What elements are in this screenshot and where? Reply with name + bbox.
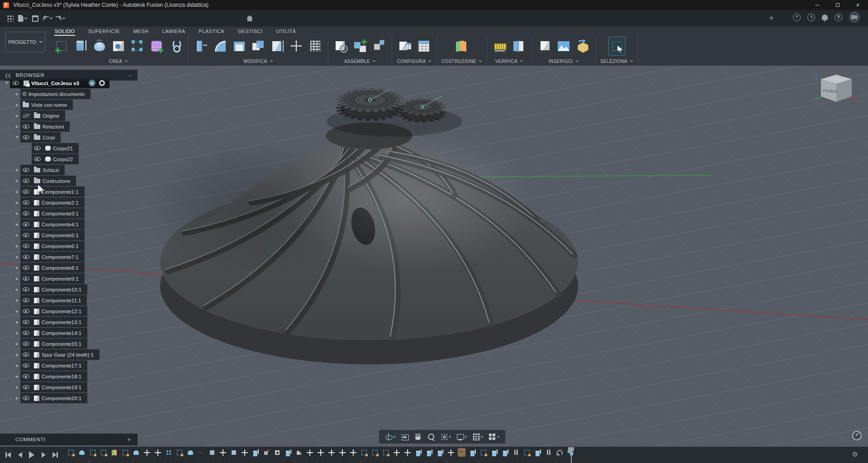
extrude-button[interactable] xyxy=(72,37,89,55)
timeline-feature-sketch-icon[interactable] xyxy=(89,448,96,457)
ribbon-tab-lamiera[interactable]: LAMIERA xyxy=(161,28,185,35)
timeline-feature-move-icon[interactable] xyxy=(393,448,400,457)
section-analysis-button[interactable] xyxy=(511,37,527,55)
notifications-icon[interactable] xyxy=(822,14,828,20)
chevron-right-icon[interactable]: ▸ xyxy=(14,189,20,195)
construction-plane-button[interactable] xyxy=(454,37,470,55)
visibility-eye-icon[interactable] xyxy=(23,353,29,357)
ribbon-group-label[interactable]: COSTRUZIONE xyxy=(441,57,482,66)
visibility-eye-icon[interactable] xyxy=(23,331,29,335)
move-copy-button[interactable] xyxy=(288,37,304,55)
offset-face-button[interactable] xyxy=(269,37,285,55)
visibility-eye-icon[interactable] xyxy=(23,363,29,368)
timeline-settings-gear-icon[interactable]: ⚙ xyxy=(852,451,858,458)
select-button[interactable] xyxy=(609,37,625,55)
timeline-feature-extrude-icon[interactable] xyxy=(490,448,498,457)
tree-row-componente19-1[interactable]: ▸Componente19:1 xyxy=(14,382,87,392)
chevron-down-icon[interactable]: ▸ xyxy=(14,134,20,141)
pan-button[interactable] xyxy=(413,433,423,441)
ribbon-group-label[interactable]: MODIFICA xyxy=(243,57,273,66)
home-view-button[interactable] xyxy=(244,13,255,24)
create-form-button[interactable] xyxy=(148,37,165,55)
timeline-feature-move-icon[interactable] xyxy=(349,448,357,457)
chevron-right-icon[interactable]: ▸ xyxy=(14,384,20,390)
view-orbit-hint-icon[interactable] xyxy=(852,431,862,440)
help-icon[interactable]: ? xyxy=(835,14,842,21)
fit-button[interactable]: ▾ xyxy=(439,433,453,441)
tree-row-componente3-1[interactable]: ▸Componente3:1 xyxy=(14,209,85,218)
timeline-feature-sketch-icon[interactable] xyxy=(523,448,531,457)
chevron-right-icon[interactable]: ▸ xyxy=(14,221,20,227)
visibility-eye-icon[interactable] xyxy=(23,135,29,139)
timeline-feature-construction-plane-icon[interactable] xyxy=(110,448,118,457)
derive-branch-button[interactable] xyxy=(167,37,184,55)
tree-row-componente20-1[interactable]: ▸Componente20:1 xyxy=(14,393,87,403)
new-component-button[interactable] xyxy=(333,37,349,55)
timeline-feature-joint-icon[interactable] xyxy=(545,448,552,457)
visibility-eye-icon[interactable] xyxy=(23,298,29,302)
visibility-eye-icon[interactable] xyxy=(23,211,29,215)
timeline-feature-extrude-icon[interactable] xyxy=(251,448,259,457)
minimize-panel-icon[interactable]: – xyxy=(129,72,132,78)
chevron-right-icon[interactable]: ▸ xyxy=(14,373,20,379)
chevron-right-icon[interactable]: ▸ xyxy=(14,178,20,184)
timeline-feature-move-icon[interactable] xyxy=(143,448,151,457)
tree-row-componente8-1[interactable]: ▸Componente8:1 xyxy=(14,263,85,272)
chevron-right-icon[interactable]: ▸ xyxy=(14,395,20,401)
chevron-right-icon[interactable]: ▸ xyxy=(14,286,20,292)
timeline-feature-revolve-joint-icon[interactable] xyxy=(555,448,563,457)
visibility-eye-icon[interactable] xyxy=(23,200,29,205)
timeline-feature-face-icon[interactable] xyxy=(230,448,237,457)
tree-row-componente4-1[interactable]: ▸Componente4:1 xyxy=(14,220,85,229)
visibility-eye-icon[interactable] xyxy=(23,255,29,259)
tree-row-componente5-1[interactable]: ▸Componente5:1 xyxy=(14,230,85,240)
visibility-eye-icon[interactable] xyxy=(23,277,29,281)
press-pull-button[interactable] xyxy=(193,37,209,55)
tree-row-componente9-1[interactable]: ▸Componente9:1 xyxy=(14,274,85,283)
visibility-eye-icon[interactable] xyxy=(23,222,29,226)
tree-row-componente13-1[interactable]: ▸Componente13:1 xyxy=(14,317,87,327)
visibility-eye-icon[interactable] xyxy=(23,233,29,237)
chevron-down-icon[interactable]: ▸ xyxy=(4,80,10,86)
tree-row-corpo21[interactable]: Corpo21 xyxy=(25,143,79,153)
chevron-right-icon[interactable]: ▸ xyxy=(14,200,20,205)
rigid-group-button[interactable] xyxy=(371,37,387,55)
configure-button[interactable] xyxy=(397,37,413,55)
tree-row-schizzi[interactable]: ▸Schizzi xyxy=(14,165,65,175)
visibility-eye-icon[interactable] xyxy=(23,320,29,324)
change-parameters-button[interactable] xyxy=(307,37,323,55)
tree-row-vitucci-corjesu-v3[interactable]: ▸Vitucci_CorJesu v3D xyxy=(4,78,109,88)
impeller-model[interactable] xyxy=(145,89,578,364)
timeline-feature-extrude-icon[interactable] xyxy=(414,448,422,457)
tree-row-corpo22[interactable]: Corpo22 xyxy=(25,154,79,164)
chevron-right-icon[interactable]: ▸ xyxy=(14,210,20,216)
timeline-feature-sketch-icon[interactable] xyxy=(479,448,487,457)
timeline-feature-extrude-icon[interactable] xyxy=(436,448,444,457)
visibility-eye-icon[interactable] xyxy=(23,374,29,378)
ribbon-group-label[interactable]: INSERISCI xyxy=(549,57,579,66)
spur-gear-big[interactable] xyxy=(340,89,400,119)
visibility-eye-icon[interactable] xyxy=(23,385,29,389)
file-menu-button[interactable] xyxy=(17,13,28,24)
tree-row-componente14-1[interactable]: ▸Componente14:1 xyxy=(14,328,87,338)
shell-button[interactable] xyxy=(231,37,247,55)
timeline-feature-form-icon[interactable] xyxy=(78,448,85,457)
ribbon-tab-solido[interactable]: SOLIDO xyxy=(54,28,75,35)
pattern-rectangular-button[interactable] xyxy=(129,37,146,55)
visibility-eye-icon[interactable] xyxy=(34,146,41,150)
timeline-feature-move-icon[interactable] xyxy=(338,448,346,457)
chevron-right-icon[interactable]: ▸ xyxy=(14,167,20,173)
timeline-feature-hole-icon[interactable] xyxy=(273,448,281,457)
timeline-feature-group-selected-icon[interactable]: … xyxy=(458,448,465,457)
timeline-feature-move-icon[interactable] xyxy=(219,448,227,457)
chevron-right-icon[interactable]: ▸ xyxy=(14,254,20,260)
grid-settings-button[interactable]: ▾ xyxy=(471,433,485,441)
extensions-icon[interactable] xyxy=(793,14,801,21)
timeline-feature-sketch-icon[interactable] xyxy=(360,448,368,457)
timeline-feature-move-icon[interactable] xyxy=(306,448,313,457)
timeline-feature-form-icon[interactable] xyxy=(186,448,194,457)
ribbon-tab-mesh[interactable]: MESH xyxy=(133,28,149,35)
tree-row-costruzione[interactable]: ▸Costruzione xyxy=(14,176,76,186)
timeline-feature-extrude-icon[interactable] xyxy=(425,448,433,457)
fillet-button[interactable] xyxy=(212,37,228,55)
